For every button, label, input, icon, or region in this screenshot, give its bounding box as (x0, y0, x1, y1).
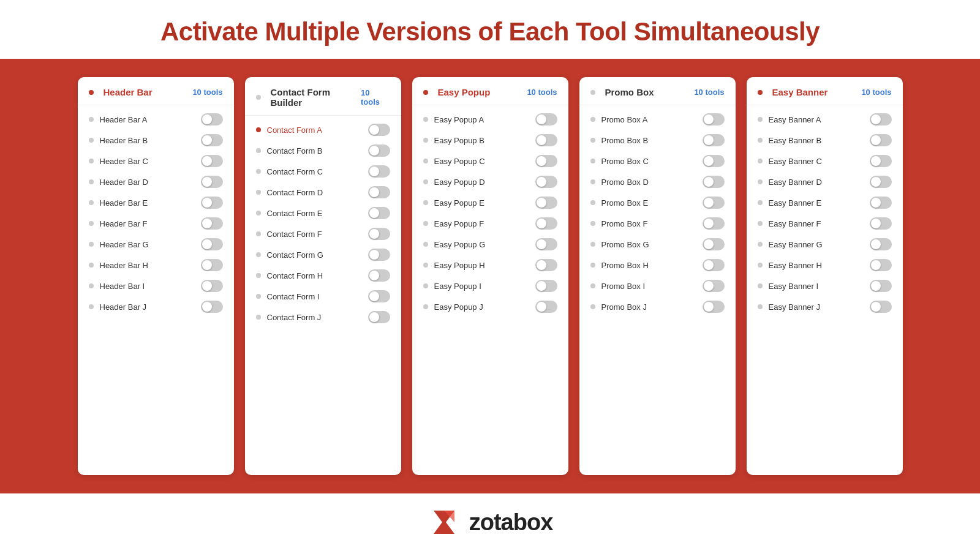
item-dot (89, 242, 94, 247)
toggle-switch[interactable] (535, 197, 557, 209)
toggle-switch[interactable] (870, 217, 892, 230)
item-label: Header Bar A (89, 115, 201, 124)
toggle-switch[interactable] (201, 155, 223, 167)
toggle-switch[interactable] (368, 290, 390, 302)
list-item: Easy Banner G (747, 234, 903, 255)
item-dot (256, 148, 261, 153)
item-label: Promo Box B (590, 136, 703, 145)
red-section: Header Bar10 toolsHeader Bar AHeader Bar… (0, 59, 980, 493)
list-item: Easy Popup F (412, 213, 568, 234)
item-dot (590, 117, 595, 122)
list-item: Easy Banner H (747, 255, 903, 276)
toggle-switch[interactable] (535, 176, 557, 188)
toggle-switch[interactable] (368, 186, 390, 198)
item-label: Promo Box C (590, 157, 703, 166)
toggle-switch[interactable] (368, 165, 390, 178)
toggle-switch[interactable] (870, 280, 892, 292)
toggle-switch[interactable] (703, 134, 725, 146)
toggle-switch[interactable] (535, 280, 557, 292)
card-header-easy-banner: Easy Banner10 tools (747, 87, 903, 105)
list-item: Header Bar D (78, 171, 234, 192)
toggle-switch[interactable] (870, 176, 892, 188)
toggle-switch[interactable] (535, 155, 557, 167)
toggle-switch[interactable] (870, 197, 892, 209)
list-item: Easy Popup A (412, 109, 568, 130)
toggle-switch[interactable] (870, 238, 892, 250)
list-item: Easy Popup E (412, 192, 568, 213)
item-label: Easy Popup C (423, 157, 535, 166)
toggle-switch[interactable] (870, 113, 892, 126)
toggle-switch[interactable] (368, 228, 390, 240)
toggle-switch[interactable] (368, 124, 390, 136)
toggle-switch[interactable] (368, 311, 390, 323)
card-dot-promo-box (590, 90, 595, 95)
toggle-switch[interactable] (535, 134, 557, 146)
tool-card-header-bar: Header Bar10 toolsHeader Bar AHeader Bar… (78, 77, 234, 475)
item-label: Easy Banner C (758, 157, 870, 166)
toggle-switch[interactable] (201, 134, 223, 146)
toggle-switch[interactable] (870, 259, 892, 271)
tools-count-header-bar: 10 tools (192, 88, 222, 97)
toggle-switch[interactable] (368, 144, 390, 157)
item-label: Easy Banner H (758, 261, 870, 270)
toggle-switch[interactable] (703, 238, 725, 250)
item-dot (256, 273, 261, 278)
toggle-switch[interactable] (703, 155, 725, 167)
toggle-switch[interactable] (201, 197, 223, 209)
list-item: Easy Banner I (747, 276, 903, 296)
toggle-switch[interactable] (870, 155, 892, 167)
toggle-switch[interactable] (703, 197, 725, 209)
list-item: Easy Popup H (412, 255, 568, 276)
toggle-switch[interactable] (870, 134, 892, 146)
list-item: Header Bar F (78, 213, 234, 234)
toggle-switch[interactable] (535, 238, 557, 250)
list-item: Easy Banner F (747, 213, 903, 234)
item-label: Promo Box J (590, 302, 703, 312)
item-label: Promo Box G (590, 240, 703, 249)
toggle-switch[interactable] (703, 176, 725, 188)
item-label: Header Bar E (89, 198, 201, 208)
item-label: Easy Popup D (423, 178, 535, 187)
tool-card-easy-popup: Easy Popup10 toolsEasy Popup AEasy Popup… (412, 77, 568, 475)
item-dot (89, 138, 94, 143)
toggle-switch[interactable] (201, 280, 223, 292)
list-item: Header Bar H (78, 255, 234, 276)
list-item: Header Bar J (78, 296, 234, 317)
toggle-switch[interactable] (368, 207, 390, 219)
toggle-switch[interactable] (535, 301, 557, 313)
toggle-switch[interactable] (535, 113, 557, 126)
zotabox-logo-icon (428, 506, 461, 539)
toggle-switch[interactable] (201, 176, 223, 188)
toggle-switch[interactable] (535, 217, 557, 230)
item-dot (423, 159, 428, 163)
toggle-switch[interactable] (201, 259, 223, 271)
toggle-switch[interactable] (201, 238, 223, 250)
toggle-switch[interactable] (201, 301, 223, 313)
item-dot (89, 117, 94, 122)
list-item: Easy Popup I (412, 276, 568, 296)
toggle-switch[interactable] (201, 217, 223, 230)
list-item: Easy Popup B (412, 130, 568, 151)
toggle-switch[interactable] (703, 259, 725, 271)
list-item: Promo Box C (579, 151, 736, 171)
item-label: Promo Box H (590, 261, 703, 270)
toggle-switch[interactable] (703, 280, 725, 292)
toggle-switch[interactable] (703, 217, 725, 230)
toggle-switch[interactable] (368, 249, 390, 261)
toggle-switch[interactable] (703, 301, 725, 313)
item-dot (758, 283, 763, 288)
item-label: Promo Box A (590, 115, 703, 124)
toggle-switch[interactable] (201, 113, 223, 126)
page-wrapper: Activate Multiple Versions of Each Tool … (0, 0, 980, 551)
item-dot (590, 138, 595, 143)
toggle-switch[interactable] (535, 259, 557, 271)
toggle-switch[interactable] (703, 113, 725, 126)
tools-count-easy-banner: 10 tools (861, 88, 891, 97)
toggle-switch[interactable] (870, 301, 892, 313)
list-item: Easy Banner A (747, 109, 903, 130)
list-item: Header Bar A (78, 109, 234, 130)
toggle-switch[interactable] (368, 269, 390, 282)
item-dot (590, 263, 595, 268)
item-dot (758, 263, 763, 268)
item-label: Easy Banner F (758, 219, 870, 228)
